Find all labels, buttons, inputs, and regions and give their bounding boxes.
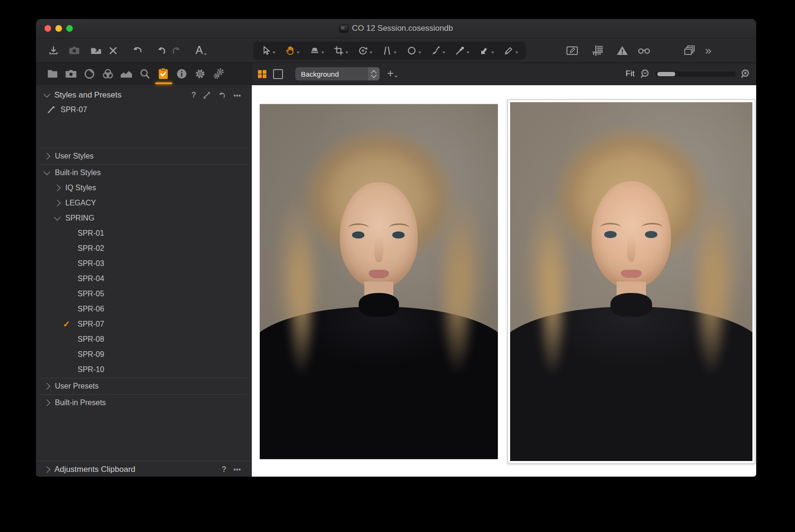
- minimize-window-button[interactable]: [55, 25, 62, 32]
- applied-style-row[interactable]: SPR-07: [36, 106, 251, 114]
- zoom-out-icon[interactable]: [640, 69, 651, 79]
- style-tree-item-spr-06[interactable]: SPR-06: [36, 301, 251, 317]
- style-tree-item-spr-10[interactable]: SPR-10: [36, 362, 251, 377]
- close-window-button[interactable]: [44, 25, 51, 32]
- applied-style-label: SPR-07: [61, 106, 87, 114]
- export-button[interactable]: [89, 44, 103, 58]
- rotate-icon: [358, 45, 368, 56]
- chevron-down-icon[interactable]: [44, 168, 50, 175]
- background-select[interactable]: Background: [295, 67, 380, 80]
- reset-button[interactable]: [130, 44, 144, 58]
- zoom-in-icon[interactable]: [741, 69, 751, 79]
- help-icon[interactable]: ?: [191, 91, 196, 99]
- annotate-tool-button[interactable]: [504, 45, 518, 56]
- chevron-down-icon: [204, 53, 207, 55]
- apply-adjustments-tool-button[interactable]: [479, 45, 494, 56]
- help-icon[interactable]: ?: [221, 465, 226, 474]
- select-stepper-icon[interactable]: [368, 67, 380, 80]
- info-icon: [176, 68, 187, 80]
- adjustments-clipboard-header[interactable]: Adjustments Clipboard ? •••: [36, 461, 251, 477]
- more-options-icon[interactable]: •••: [233, 91, 241, 99]
- zoom-window-button[interactable]: [66, 25, 73, 32]
- redo-button[interactable]: [169, 44, 184, 58]
- tab-lens[interactable]: [83, 67, 96, 80]
- style-tree-item-legacy[interactable]: LEGACY: [36, 195, 251, 211]
- pan-tool-button[interactable]: [285, 45, 300, 56]
- reset-panel-icon[interactable]: [218, 91, 226, 99]
- main-toolbar: A: [36, 38, 756, 63]
- chevron-right-icon[interactable]: [44, 399, 50, 406]
- style-tree-item-built-in-presets[interactable]: Built-in Presets: [36, 395, 251, 410]
- tab-settings[interactable]: [194, 67, 206, 80]
- style-tree-item-spr-04[interactable]: SPR-04: [36, 271, 251, 286]
- traffic-lights: [44, 25, 73, 32]
- chevron-right-icon[interactable]: [44, 153, 50, 160]
- grid-button[interactable]: [591, 44, 605, 58]
- exposure-warning-button[interactable]: [615, 44, 629, 58]
- keystone-tool-button[interactable]: [382, 45, 397, 56]
- selected-variant-frame[interactable]: [507, 99, 755, 464]
- chevron-down-icon[interactable]: [54, 214, 61, 221]
- tab-adjustments-active[interactable]: [157, 67, 169, 80]
- crop-tool-button[interactable]: [334, 45, 348, 56]
- select-tool-button[interactable]: [261, 45, 275, 56]
- color-picker-tool-button[interactable]: [455, 45, 469, 56]
- photo-portrait-original[interactable]: [260, 104, 498, 459]
- tools-sidebar: Styles and Presets ? •••: [36, 63, 252, 477]
- single-view-icon[interactable]: [273, 69, 283, 79]
- loupe-tool-button[interactable]: [309, 45, 324, 56]
- new-variant-button[interactable]: +: [387, 63, 398, 85]
- style-tree-item-spr-08[interactable]: SPR-08: [36, 332, 251, 347]
- style-tree-item-spr-02[interactable]: SPR-02: [36, 241, 251, 256]
- chevron-right-icon[interactable]: [54, 200, 61, 206]
- tab-details[interactable]: [139, 67, 151, 80]
- tab-metadata[interactable]: [176, 67, 188, 80]
- chevron-right-icon[interactable]: [44, 466, 50, 472]
- edit-button[interactable]: [565, 44, 579, 58]
- proof-glasses-button[interactable]: [637, 44, 651, 58]
- tab-capture[interactable]: [65, 67, 77, 80]
- cursor-tool-group: [253, 42, 526, 60]
- style-tree-label: User Styles: [55, 152, 94, 160]
- style-text-tool[interactable]: A: [194, 44, 208, 58]
- zoom-slider[interactable]: [655, 71, 736, 77]
- tab-batch[interactable]: [212, 67, 225, 80]
- photo-portrait-styled[interactable]: [510, 102, 752, 461]
- chevron-right-icon[interactable]: [54, 185, 61, 191]
- expand-panel-icon[interactable]: [203, 91, 211, 99]
- style-tree-item-iq-styles[interactable]: IQ Styles: [36, 180, 251, 195]
- chevron-right-icon[interactable]: [44, 383, 50, 390]
- style-tree-item-user-presets[interactable]: User Presets: [36, 379, 251, 394]
- capture-button[interactable]: [67, 44, 81, 58]
- toolbar-more-button[interactable]: »: [705, 45, 711, 56]
- undo-button[interactable]: [154, 44, 168, 58]
- zoom-fit-label[interactable]: Fit: [626, 69, 635, 79]
- style-tree-item-spr-03[interactable]: SPR-03: [36, 256, 251, 271]
- toolbar-right-group: »: [565, 38, 711, 62]
- draw-mask-tool-button[interactable]: [431, 45, 445, 56]
- tab-library[interactable]: [46, 67, 59, 80]
- spot-removal-tool-button[interactable]: [406, 45, 421, 56]
- style-tree-item-spring[interactable]: SPRING: [36, 211, 251, 226]
- import-button[interactable]: [46, 44, 61, 58]
- main-area: Styles and Presets ? •••: [36, 63, 756, 477]
- style-tree-item-built-in-styles[interactable]: Built-in Styles: [36, 165, 251, 180]
- style-tree-item-user-styles[interactable]: User Styles: [36, 149, 251, 164]
- chevron-down-icon[interactable]: [44, 91, 50, 98]
- multi-view-icon[interactable]: [258, 70, 266, 78]
- styles-panel-header[interactable]: Styles and Presets ? •••: [36, 90, 251, 100]
- style-tree-item-spr-05[interactable]: SPR-05: [36, 286, 251, 301]
- chevron-down-icon: [370, 52, 372, 53]
- style-tree-item-spr-09[interactable]: SPR-09: [36, 347, 251, 362]
- style-tree-item-spr-01[interactable]: SPR-01: [36, 226, 251, 241]
- delete-button[interactable]: [106, 44, 120, 58]
- style-tree-label: SPRING: [65, 214, 94, 222]
- tab-exposure[interactable]: [120, 67, 132, 80]
- more-options-icon[interactable]: •••: [233, 465, 241, 473]
- zoom-slider-handle[interactable]: [657, 72, 675, 76]
- copy-stack-button[interactable]: [682, 44, 697, 58]
- style-tree-item-spr-07[interactable]: ✓SPR-07: [36, 317, 251, 332]
- rotate-tool-button[interactable]: [358, 45, 372, 56]
- chevron-down-icon: [418, 52, 421, 53]
- tab-color[interactable]: [102, 67, 114, 80]
